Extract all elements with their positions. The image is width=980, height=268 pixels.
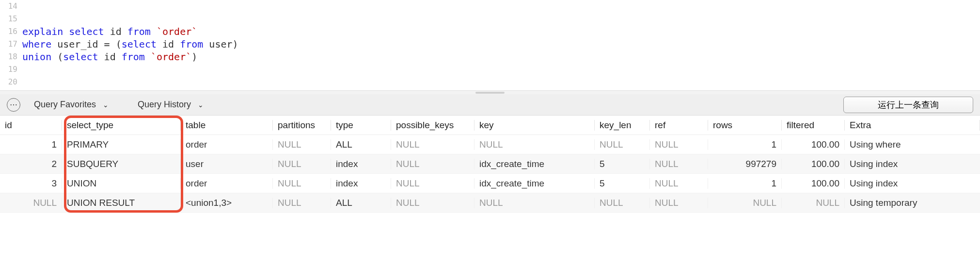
line-number: 19 <box>0 63 17 76</box>
more-options-icon[interactable]: ⋯ <box>7 98 20 112</box>
cell-Extra: Using temporary <box>845 198 980 208</box>
cell-id: 3 <box>0 178 62 189</box>
col-filtered[interactable]: filtered <box>782 120 845 131</box>
chevron-down-icon: ⌄ <box>103 101 109 109</box>
token: user_id <box>57 38 104 50</box>
query-history-label: Query History <box>138 100 191 110</box>
col-id[interactable]: id <box>0 120 62 131</box>
code-line[interactable]: union (select id from `order`) <box>22 50 980 63</box>
col-select_type[interactable]: select_type <box>62 120 181 131</box>
results-grid-area: id select_type table partitions type pos… <box>0 116 980 213</box>
grid-body: 1PRIMARYorderNULLALLNULLNULLNULLNULL1100… <box>0 135 980 213</box>
token: explain <box>22 26 69 37</box>
code-line[interactable]: explain select id from `order` <box>22 25 980 38</box>
token: id <box>162 38 180 50</box>
token: ) <box>191 51 197 63</box>
cell-key: NULL <box>474 198 595 208</box>
cell-key: idx_create_time <box>474 159 595 169</box>
cell-key_len: 5 <box>595 159 650 169</box>
line-number: 18 <box>0 50 17 63</box>
cell-filtered: 100.00 <box>782 159 845 169</box>
cell-type: index <box>331 178 391 189</box>
token: id <box>110 26 127 37</box>
cell-possible_keys: NULL <box>391 198 474 208</box>
cell-key_len: NULL <box>595 139 650 150</box>
cell-table: <union1,3> <box>181 198 273 208</box>
cell-rows: 997279 <box>708 159 782 169</box>
cell-table: order <box>181 178 273 189</box>
cell-id: 2 <box>0 159 62 169</box>
code-line[interactable] <box>22 0 980 13</box>
cell-Extra: Using index <box>845 159 980 169</box>
cell-ref: NULL <box>650 159 708 169</box>
col-table[interactable]: table <box>181 120 273 131</box>
cell-possible_keys: NULL <box>391 159 474 169</box>
table-row[interactable]: 1PRIMARYorderNULLALLNULLNULLNULLNULL1100… <box>0 135 980 154</box>
line-number: 15 <box>0 13 17 25</box>
token: from <box>122 51 151 63</box>
cell-select_type: SUBQUERY <box>62 159 181 169</box>
token: ( <box>57 51 63 63</box>
cell-type: ALL <box>331 139 391 150</box>
token: = <box>104 38 116 50</box>
line-number: 17 <box>0 38 17 50</box>
col-possible_keys[interactable]: possible_keys <box>391 120 474 131</box>
drag-handle-icon <box>475 92 505 94</box>
cell-key_len: NULL <box>595 198 650 208</box>
cell-rows: NULL <box>708 198 782 208</box>
cell-id: NULL <box>0 198 62 208</box>
cell-ref: NULL <box>650 139 708 150</box>
code-line[interactable] <box>22 76 980 88</box>
code-line[interactable]: where user_id = (select id from user) <box>22 38 980 50</box>
cell-select_type: UNION <box>62 178 181 189</box>
cell-rows: 1 <box>708 178 782 189</box>
token: union <box>22 51 57 63</box>
cell-possible_keys: NULL <box>391 178 474 189</box>
cell-type: index <box>331 159 391 169</box>
col-rows[interactable]: rows <box>708 120 782 131</box>
query-history-menu[interactable]: Query History ⌄ <box>138 100 204 110</box>
col-type[interactable]: type <box>331 120 391 131</box>
cell-filtered: NULL <box>782 198 845 208</box>
code-area[interactable]: explain select id from `order`where user… <box>22 0 980 88</box>
cell-ref: NULL <box>650 178 708 189</box>
results-toolbar: ⋯ Query Favorites ⌄ Query History ⌄ 运行上一… <box>0 94 980 116</box>
cell-partitions: NULL <box>273 198 331 208</box>
col-ref[interactable]: ref <box>650 120 708 131</box>
table-row[interactable]: 3UNIONorderNULLindexNULLidx_create_time5… <box>0 174 980 193</box>
cell-type: ALL <box>331 198 391 208</box>
col-partitions[interactable]: partitions <box>273 120 331 131</box>
token: id <box>104 51 122 63</box>
table-row[interactable]: 2SUBQUERYuserNULLindexNULLidx_create_tim… <box>0 154 980 174</box>
token: from <box>127 26 157 37</box>
code-line[interactable] <box>22 63 980 76</box>
cell-Extra: Using where <box>845 139 980 150</box>
cell-filtered: 100.00 <box>782 178 845 189</box>
query-favorites-menu[interactable]: Query Favorites ⌄ <box>34 100 109 110</box>
grid-header: id select_type table partitions type pos… <box>0 116 980 135</box>
table-row[interactable]: NULLUNION RESULT<union1,3>NULLALLNULLNUL… <box>0 193 980 213</box>
sql-editor[interactable]: 14151617181920 explain select id from `o… <box>0 0 980 90</box>
pane-splitter[interactable] <box>0 90 980 94</box>
line-number: 20 <box>0 76 17 88</box>
run-previous-query-button[interactable]: 运行上一条查询 <box>843 97 973 113</box>
cell-filtered: 100.00 <box>782 139 845 150</box>
col-key[interactable]: key <box>474 120 595 131</box>
cell-key: idx_create_time <box>474 178 595 189</box>
cell-partitions: NULL <box>273 178 331 189</box>
token: `order` <box>151 51 191 63</box>
token: where <box>22 38 57 50</box>
col-key_len[interactable]: key_len <box>595 120 650 131</box>
results-grid[interactable]: id select_type table partitions type pos… <box>0 116 980 213</box>
cell-rows: 1 <box>708 139 782 150</box>
cell-select_type: UNION RESULT <box>62 198 181 208</box>
col-extra[interactable]: Extra <box>845 120 980 131</box>
token: user <box>209 38 232 50</box>
code-line[interactable] <box>22 13 980 25</box>
token: ( <box>116 38 122 50</box>
cell-partitions: NULL <box>273 139 331 150</box>
cell-id: 1 <box>0 139 62 150</box>
line-number: 14 <box>0 0 17 13</box>
cell-table: user <box>181 159 273 169</box>
cell-key_len: 5 <box>595 178 650 189</box>
